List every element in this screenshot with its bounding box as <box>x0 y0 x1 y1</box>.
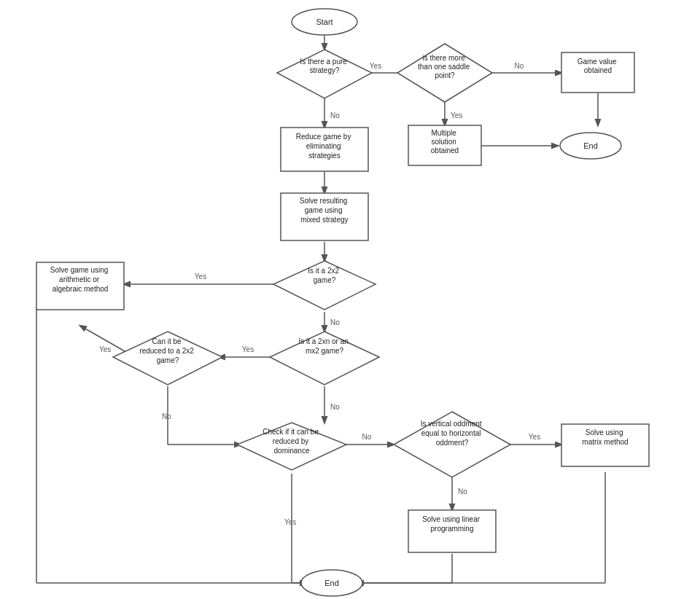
arith-label: Solve game using arithmetic or algebraic… <box>50 266 110 293</box>
svg-text:Yes: Yes <box>284 518 296 526</box>
svg-text:Yes: Yes <box>195 273 206 281</box>
end2-label: End <box>324 579 339 587</box>
end1-label: End <box>583 141 598 150</box>
svg-text:No: No <box>330 403 340 411</box>
svg-text:Yes: Yes <box>99 345 111 353</box>
svg-text:No: No <box>330 318 340 326</box>
svg-text:No: No <box>162 412 171 420</box>
svg-text:No: No <box>458 488 467 496</box>
svg-text:Yes: Yes <box>529 433 540 441</box>
svg-text:Yes: Yes <box>451 111 462 120</box>
svg-text:No: No <box>515 62 524 70</box>
svg-text:No: No <box>330 111 340 120</box>
svg-text:Yes: Yes <box>242 345 254 353</box>
start-label: Start <box>316 17 332 26</box>
multiple-label: Multiple solution obtained <box>431 129 459 154</box>
svg-text:Yes: Yes <box>370 62 381 70</box>
svg-text:No: No <box>362 433 372 441</box>
mixed-label: Solve resulting game using mixed strateg… <box>300 197 349 224</box>
